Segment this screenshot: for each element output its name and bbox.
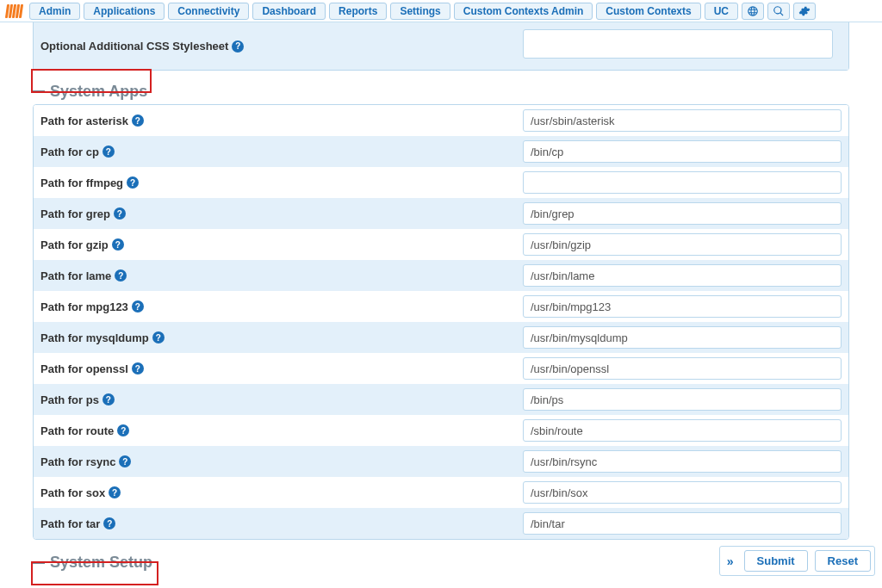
form-row: Path for route? xyxy=(34,415,848,446)
field-label: Path for rsync xyxy=(40,455,115,468)
path-input[interactable] xyxy=(523,140,842,163)
help-icon[interactable]: ? xyxy=(117,424,129,436)
collapse-actionbar-icon[interactable]: » xyxy=(724,554,737,568)
form-row: Path for gzip? xyxy=(34,229,848,260)
nav-applications[interactable]: Applications xyxy=(84,3,165,20)
form-row: Path for openssl? xyxy=(34,353,848,384)
form-row: Path for mysqldump? xyxy=(34,322,848,353)
submit-button[interactable]: Submit xyxy=(744,550,808,572)
field-label: Path for sox xyxy=(40,486,105,499)
system-apps-panel: Path for asterisk?Path for cp?Path for f… xyxy=(33,104,849,540)
help-icon[interactable]: ? xyxy=(109,486,121,498)
help-icon[interactable]: ? xyxy=(114,207,126,220)
help-icon[interactable]: ? xyxy=(132,362,144,374)
top-nav: Admin Applications Connectivity Dashboar… xyxy=(0,0,882,22)
field-label: Path for lame xyxy=(40,269,111,282)
path-input[interactable] xyxy=(523,264,842,287)
help-icon[interactable]: ? xyxy=(102,393,115,405)
field-label: Path for openssl xyxy=(40,362,128,375)
field-label: Path for ps xyxy=(40,393,99,406)
nav-custom-contexts[interactable]: Custom Contexts xyxy=(596,3,700,20)
gear-icon[interactable] xyxy=(793,3,816,20)
help-icon[interactable]: ? xyxy=(102,145,115,158)
path-input[interactable] xyxy=(523,202,842,225)
field-label: Path for grep xyxy=(40,207,110,220)
nav-connectivity[interactable]: Connectivity xyxy=(168,3,249,20)
help-icon[interactable]: ? xyxy=(132,300,144,313)
form-row: Path for ps? xyxy=(34,384,848,415)
form-row: Path for mpg123? xyxy=(34,291,848,322)
help-icon[interactable]: ? xyxy=(152,331,165,344)
nav-custom-contexts-admin[interactable]: Custom Contexts Admin xyxy=(454,3,593,20)
language-icon[interactable] xyxy=(742,3,764,20)
path-input[interactable] xyxy=(523,171,842,194)
nav-reports[interactable]: Reports xyxy=(329,3,387,20)
field-label: Path for mpg123 xyxy=(40,300,128,313)
field-label: Path for gzip xyxy=(40,238,109,251)
help-icon[interactable]: ? xyxy=(132,115,144,127)
form-row: Path for asterisk? xyxy=(34,105,848,136)
path-input[interactable] xyxy=(523,357,842,380)
help-icon[interactable]: ? xyxy=(112,238,124,251)
field-label: Path for cp xyxy=(40,145,99,158)
collapse-icon[interactable] xyxy=(33,561,45,564)
field-label: Path for route xyxy=(40,424,114,437)
field-label: Path for mysqldump xyxy=(40,331,149,344)
collapse-icon[interactable] xyxy=(33,90,45,93)
path-input[interactable] xyxy=(523,109,842,132)
nav-uc[interactable]: UC xyxy=(705,3,738,20)
path-input[interactable] xyxy=(523,233,842,256)
field-label: Path for tar xyxy=(40,517,100,530)
form-row: Path for ffmpeg? xyxy=(34,167,848,198)
css-textarea[interactable] xyxy=(523,29,833,59)
path-input[interactable] xyxy=(523,388,842,411)
reset-button[interactable]: Reset xyxy=(815,550,871,572)
form-row: Path for lame? xyxy=(34,260,848,291)
nav-admin[interactable]: Admin xyxy=(29,3,80,20)
help-icon[interactable]: ? xyxy=(127,176,139,189)
path-input[interactable] xyxy=(523,419,842,442)
help-icon[interactable]: ? xyxy=(115,269,127,282)
form-row: Path for sox? xyxy=(34,477,848,508)
action-bar: » Submit Reset xyxy=(719,546,875,576)
css-label: Optional Additional CSS Stylesheet xyxy=(40,40,228,53)
form-row: Path for cp? xyxy=(34,136,848,167)
help-icon[interactable]: ? xyxy=(232,40,244,53)
field-label: Path for ffmpeg xyxy=(40,176,123,189)
form-row: Path for grep? xyxy=(34,198,848,229)
path-input[interactable] xyxy=(523,481,842,504)
brand-logo[interactable] xyxy=(3,3,24,19)
help-icon[interactable]: ? xyxy=(103,517,115,529)
form-row: Path for rsync? xyxy=(34,446,848,477)
css-panel: Optional Additional CSS Stylesheet ? xyxy=(33,22,849,71)
section-title: System Apps xyxy=(50,83,147,101)
path-input[interactable] xyxy=(523,295,842,318)
form-row: Path for tar? xyxy=(34,508,848,539)
search-icon[interactable] xyxy=(767,3,790,20)
section-title: System Setup xyxy=(50,554,152,572)
field-label: Path for asterisk xyxy=(40,115,128,127)
path-input[interactable] xyxy=(523,326,842,349)
nav-dashboard[interactable]: Dashboard xyxy=(252,3,326,20)
nav-settings[interactable]: Settings xyxy=(390,3,450,20)
section-system-apps-header[interactable]: System Apps xyxy=(33,83,849,101)
path-input[interactable] xyxy=(523,512,842,535)
help-icon[interactable]: ? xyxy=(119,455,131,467)
path-input[interactable] xyxy=(523,450,842,473)
